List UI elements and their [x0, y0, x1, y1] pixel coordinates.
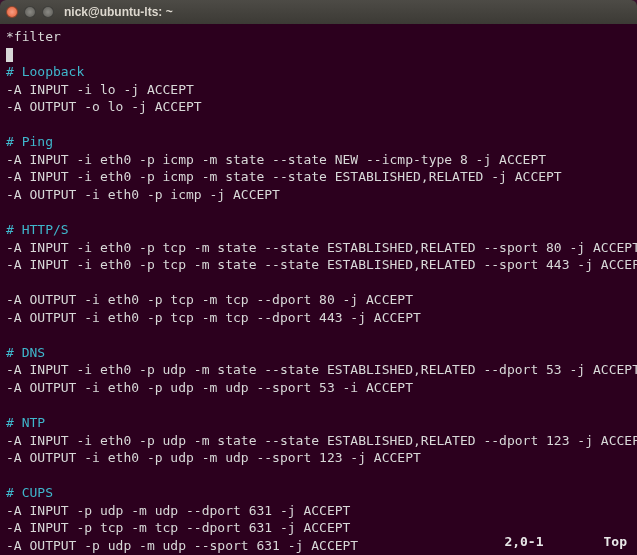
- close-icon[interactable]: [6, 6, 18, 18]
- terminal-window: nick@ubuntu-lts: ~ *filter # Loopback -A…: [0, 0, 637, 555]
- iptables-rule: -A INPUT -i eth0 -p udp -m state --state…: [6, 433, 637, 448]
- text-cursor: [6, 48, 13, 62]
- section-heading: # DNS: [6, 345, 45, 360]
- file-first-line: *filter: [6, 28, 631, 46]
- minimize-icon[interactable]: [24, 6, 36, 18]
- iptables-rule: -A INPUT -p tcp -m tcp --dport 631 -j AC…: [6, 520, 350, 535]
- iptables-rule: -A OUTPUT -p udp -m udp --sport 631 -j A…: [6, 538, 358, 553]
- maximize-icon[interactable]: [42, 6, 54, 18]
- iptables-rule: -A INPUT -i eth0 -p icmp -m state --stat…: [6, 169, 562, 184]
- iptables-rule: -A INPUT -i eth0 -p tcp -m state --state…: [6, 257, 637, 272]
- section-heading: # HTTP/S: [6, 222, 69, 237]
- iptables-rule: -A OUTPUT -i eth0 -p udp -m udp --sport …: [6, 450, 421, 465]
- iptables-rule: -A OUTPUT -i eth0 -p udp -m udp --sport …: [6, 380, 413, 395]
- iptables-rule: -A INPUT -i eth0 -p udp -m state --state…: [6, 362, 637, 377]
- iptables-rule: -A INPUT -i lo -j ACCEPT: [6, 82, 194, 97]
- titlebar: nick@ubuntu-lts: ~: [0, 0, 637, 24]
- window-title: nick@ubuntu-lts: ~: [64, 5, 173, 19]
- section-heading: # CUPS: [6, 485, 53, 500]
- section-heading: # Loopback: [6, 64, 84, 79]
- vim-status-bar: 2,0-1 Top: [504, 533, 627, 551]
- iptables-rule: -A OUTPUT -o lo -j ACCEPT: [6, 99, 202, 114]
- iptables-rule: -A INPUT -i eth0 -p icmp -m state --stat…: [6, 152, 546, 167]
- cursor-position: 2,0-1: [504, 533, 543, 551]
- scroll-location: Top: [604, 533, 627, 551]
- iptables-rule: -A INPUT -p udp -m udp --dport 631 -j AC…: [6, 503, 350, 518]
- section-heading: # NTP: [6, 415, 45, 430]
- terminal-content[interactable]: *filter # Loopback -A INPUT -i lo -j ACC…: [0, 24, 637, 555]
- section-heading: # Ping: [6, 134, 53, 149]
- iptables-rule: -A INPUT -i eth0 -p tcp -m state --state…: [6, 240, 637, 255]
- iptables-rule: -A OUTPUT -i eth0 -p icmp -j ACCEPT: [6, 187, 280, 202]
- iptables-rule: -A OUTPUT -i eth0 -p tcp -m tcp --dport …: [6, 310, 421, 325]
- iptables-rule: -A OUTPUT -i eth0 -p tcp -m tcp --dport …: [6, 292, 413, 307]
